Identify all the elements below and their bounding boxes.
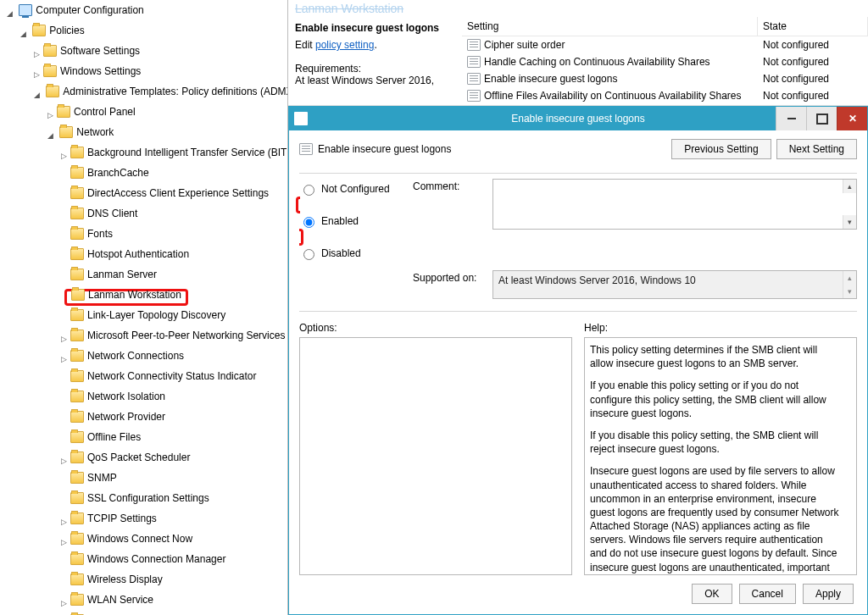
twisty-icon[interactable]: ▷ xyxy=(59,534,68,551)
twisty-icon[interactable]: ▷ xyxy=(59,351,68,368)
ok-button[interactable]: OK xyxy=(692,584,732,604)
folder-icon xyxy=(70,269,84,280)
tree-computer-config[interactable]: Computer Configuration xyxy=(16,2,146,19)
settings-list: Setting State Cipher suite orderNot conf… xyxy=(462,17,868,104)
tree-item-label: Network Isolation xyxy=(87,388,165,405)
settings-row[interactable]: Offline Files Availability on Continuous… xyxy=(462,87,868,104)
twisty-icon[interactable]: ▷ xyxy=(46,107,54,124)
twisty-icon[interactable]: ◢ xyxy=(46,127,54,144)
cancel-button[interactable]: Cancel xyxy=(739,584,796,604)
apply-button[interactable]: Apply xyxy=(803,584,854,604)
tree-net-item[interactable]: WWAN Service xyxy=(68,612,159,615)
tree-net-item[interactable]: Hotspot Authentication xyxy=(68,246,192,263)
tree-net-item[interactable]: Network Connectivity Status Indicator xyxy=(68,368,259,385)
tree-item-label: Offline Files xyxy=(87,429,141,446)
tree-net-item[interactable]: Wireless Display xyxy=(68,571,165,588)
tree-item-label: TCPIP Settings xyxy=(87,510,157,527)
tree-net-item[interactable]: DNS Client xyxy=(68,205,140,222)
folder-icon xyxy=(59,126,73,138)
minimize-button[interactable] xyxy=(776,107,806,130)
dialog-titlebar[interactable]: Enable insecure guest logons ✕ xyxy=(289,107,867,130)
computer-icon xyxy=(19,4,32,16)
folder-icon xyxy=(43,65,57,77)
twisty-icon[interactable]: ▷ xyxy=(59,147,68,164)
comment-textarea[interactable]: ▴ ▾ xyxy=(492,179,857,230)
tree-software-settings[interactable]: Software Settings xyxy=(41,42,142,59)
scroll-down-icon[interactable]: ▾ xyxy=(843,215,856,229)
tree-net-item[interactable]: Network Connections xyxy=(68,347,186,364)
scroll-up-icon[interactable]: ▴ xyxy=(843,180,856,193)
tree-policies[interactable]: Policies xyxy=(30,22,86,39)
folder-icon xyxy=(46,86,59,97)
options-box[interactable] xyxy=(299,337,572,575)
page-category-title: Lanman Workstation xyxy=(288,0,868,17)
tree-net-item[interactable]: SNMP xyxy=(68,469,120,486)
next-setting-button[interactable]: Next Setting xyxy=(776,139,857,159)
twisty-icon[interactable]: ◢ xyxy=(19,25,27,42)
close-button[interactable]: ✕ xyxy=(837,107,867,130)
edit-prefix: Edit xyxy=(295,39,315,51)
tree-net-item[interactable]: Windows Connect Now xyxy=(68,530,195,547)
tree-net-item[interactable]: SSL Configuration Settings xyxy=(68,490,212,507)
twisty-icon[interactable]: ▷ xyxy=(59,452,68,469)
tree-net-item[interactable]: DirectAccess Client Experience Settings xyxy=(68,185,271,202)
twisty-icon[interactable]: ◢ xyxy=(5,5,14,22)
folder-icon xyxy=(70,330,84,341)
tree-net-item[interactable]: Microsoft Peer-to-Peer Networking Servic… xyxy=(68,327,287,344)
settings-row[interactable]: Handle Caching on Continuous Availabilit… xyxy=(462,53,868,70)
tree-item-label: Network Connections xyxy=(87,347,184,364)
twisty-icon[interactable]: ▷ xyxy=(59,513,68,530)
tree-net-item[interactable]: WLAN Service xyxy=(68,591,156,608)
twisty-icon[interactable]: ▷ xyxy=(32,46,41,63)
folder-icon xyxy=(70,228,84,240)
tree-net-item[interactable]: TCPIP Settings xyxy=(68,510,159,527)
tree-net-item[interactable]: Lanman Workstation xyxy=(69,286,184,303)
nav-tree[interactable]: ◢ Computer Configuration ◢ Policies ▷Sof… xyxy=(0,0,288,615)
radio-disabled[interactable]: Disabled xyxy=(299,247,401,260)
twisty-icon[interactable]: ▷ xyxy=(32,66,41,83)
tree-item-label: Fonts xyxy=(87,225,113,242)
radio-enabled[interactable]: Enabled xyxy=(299,214,401,228)
previous-setting-button[interactable]: Previous Setting xyxy=(671,139,771,159)
folder-icon xyxy=(70,370,84,382)
tree-windows-settings[interactable]: Windows Settings xyxy=(41,63,143,80)
col-state[interactable]: State xyxy=(758,17,868,36)
col-setting[interactable]: Setting xyxy=(462,17,758,36)
help-label: Help: xyxy=(584,322,857,334)
folder-icon xyxy=(70,350,84,362)
twisty-icon[interactable]: ▷ xyxy=(59,330,68,347)
tree-net-item[interactable]: Windows Connection Manager xyxy=(68,551,228,568)
tree-net-item[interactable]: Background Intelligent Transfer Service … xyxy=(68,144,288,161)
maximize-button[interactable] xyxy=(806,107,837,130)
tree-control-panel[interactable]: Control Panel xyxy=(54,103,138,120)
folder-icon xyxy=(70,594,84,606)
tree-net-item[interactable]: BranchCache xyxy=(68,164,152,181)
folder-icon xyxy=(70,533,84,545)
setting-name: Enable insecure guest logons xyxy=(484,73,617,85)
tree-net-item[interactable]: Offline Files xyxy=(68,429,143,446)
tree-net-item[interactable]: QoS Packet Scheduler xyxy=(68,449,192,466)
twisty-icon[interactable]: ▷ xyxy=(59,595,68,612)
dialog-title: Enable insecure guest logons xyxy=(511,113,644,125)
tree-admin-templates[interactable]: Administrative Templates: Policy definit… xyxy=(43,83,288,100)
tree-net-item[interactable]: Fonts xyxy=(68,225,115,242)
setting-state: Not configured xyxy=(758,37,868,53)
help-box[interactable]: This policy setting determines if the SM… xyxy=(584,337,857,575)
settings-row[interactable]: Enable insecure guest logonsNot configur… xyxy=(462,70,868,87)
folder-icon xyxy=(70,573,84,585)
edit-policy-link[interactable]: policy setting xyxy=(315,39,374,51)
tree-net-item[interactable]: Link-Layer Topology Discovery xyxy=(68,307,228,324)
supported-label: Supported on: xyxy=(413,270,481,299)
tree-net-item[interactable]: Lanman Server xyxy=(68,266,159,283)
tree-network[interactable]: Network xyxy=(57,124,116,141)
twisty-icon[interactable]: ◢ xyxy=(32,86,41,103)
setting-name: Handle Caching on Continuous Availabilit… xyxy=(484,56,710,68)
folder-icon xyxy=(70,512,84,524)
tree-item-label: Background Intelligent Transfer Service … xyxy=(87,144,288,161)
tree-item-label: Wireless Display xyxy=(87,571,163,588)
settings-row[interactable]: Cipher suite orderNot configured xyxy=(462,36,868,53)
tree-net-item[interactable]: Network Provider xyxy=(68,408,168,425)
folder-icon xyxy=(70,452,84,463)
radio-not-configured[interactable]: Not Configured xyxy=(299,182,401,196)
tree-net-item[interactable]: Network Isolation xyxy=(68,388,168,405)
